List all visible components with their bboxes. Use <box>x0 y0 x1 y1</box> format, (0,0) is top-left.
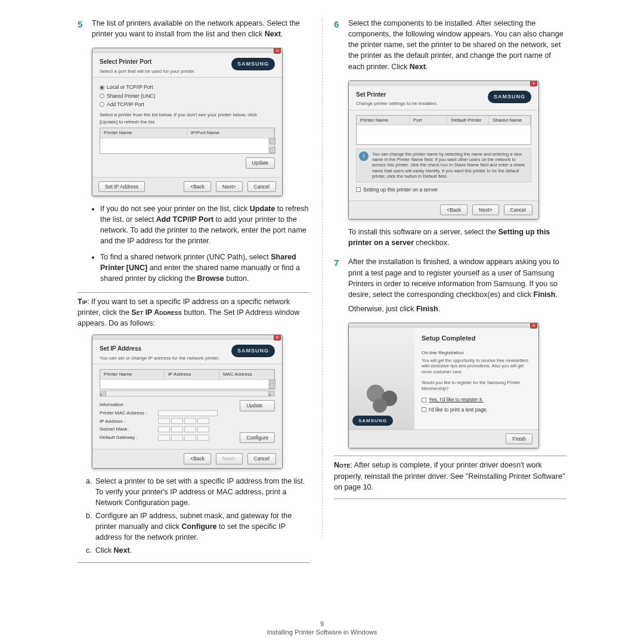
cancel-button[interactable]: Cancel <box>247 181 276 192</box>
dialog-title: Set Printer <box>356 91 488 100</box>
radio-add-tcpip[interactable]: Add TCP/IP Port <box>100 101 275 108</box>
register-checkbox[interactable]: Yes, I'd like to register it. <box>422 396 531 403</box>
left-column: 5 The list of printers available on the … <box>66 18 322 566</box>
set-ip-button[interactable]: Set IP Address <box>98 181 145 192</box>
online-registration-label: On-line Registration <box>422 349 531 357</box>
printer-table[interactable]: Printer Name Port Default Printer Shared… <box>356 115 531 145</box>
radio-local-tcpip[interactable]: Local or TCP/IP Port <box>100 83 275 91</box>
column-divider <box>322 18 323 537</box>
dialog-title: Select Printer Port <box>100 58 231 67</box>
divider <box>334 456 566 456</box>
divider <box>78 562 310 563</box>
scrollbar[interactable] <box>268 138 274 153</box>
samsung-logo: SAMSUNG <box>231 345 275 357</box>
close-icon[interactable]: × <box>530 80 537 86</box>
subnet-label: Subnet Mask : <box>100 426 153 433</box>
registration-question: Would you like to register for the Samsu… <box>422 380 531 392</box>
page-footer: 9 Installing Printer Software in Windows <box>0 620 644 636</box>
step-number: 6 <box>334 18 348 76</box>
col-ip-port: IP/Port Name <box>187 128 274 138</box>
step-c-text: Click Next. <box>95 545 132 556</box>
ip-input[interactable] <box>158 418 170 424</box>
printer-list[interactable]: Printer Name IP Address MAC Address <box>100 369 275 389</box>
back-button[interactable]: <Back <box>184 453 211 464</box>
setup-completed-title: Setup Completed <box>422 334 531 343</box>
printer-list[interactable]: Printer Name IP/Port Name <box>100 128 275 154</box>
horizontal-scrollbar[interactable]: ‹ › <box>100 391 275 397</box>
scrollbar[interactable] <box>268 380 274 389</box>
note-text: Note: After setup is complete, if your p… <box>334 460 566 492</box>
bullet-2: To find a shared network printer (UNC Pa… <box>100 252 310 284</box>
server-checkbox[interactable]: Setting up this printer on a server <box>356 186 531 193</box>
samsung-logo: SAMSUNG <box>488 91 531 103</box>
step-a-text: Select a printer to be set with a specif… <box>95 476 310 508</box>
finish-button[interactable]: Finish <box>506 434 532 444</box>
col-printer-name: Printer Name <box>100 370 165 379</box>
cancel-button[interactable]: Cancel <box>247 453 276 464</box>
close-icon[interactable]: × <box>530 323 537 329</box>
mac-label: Printer MAC Address : <box>100 410 153 417</box>
col-default: Default Printer <box>447 116 489 125</box>
step-5: 5 The list of printers available on the … <box>78 18 310 43</box>
samsung-logo: SAMSUNG <box>352 416 393 426</box>
step-number: 5 <box>78 18 92 43</box>
col-ip-address: IP Address <box>165 370 219 379</box>
bullet-list: If you do not see your printer on the li… <box>78 203 310 284</box>
samsung-logo: SAMSUNG <box>231 58 275 70</box>
setup-completed-window: × SAMSUNG Setup Completed On-line Regist… <box>348 323 539 448</box>
server-note: To install this software on a server, se… <box>348 227 566 248</box>
dialog-subtitle: Select a port that will be used for your… <box>100 68 231 75</box>
close-icon[interactable]: × <box>274 335 281 340</box>
step-5-text: The list of printers available on the ne… <box>92 18 310 39</box>
step-number: 7 <box>334 256 348 318</box>
dialog-subtitle: Change printer settings to be installed. <box>356 100 488 107</box>
next-button[interactable]: Next> <box>472 205 499 215</box>
instruction-text: Select a printer from the list below. If… <box>100 112 275 125</box>
tip-text: Tip: If you want to set a specific IP ad… <box>78 296 310 329</box>
col-shared: Shared Name <box>489 116 531 125</box>
page-number: 9 <box>0 620 644 627</box>
step-7-text: After the installation is finished, a wi… <box>348 256 566 300</box>
radio-shared-unc[interactable]: Shared Printer (UNC) <box>100 92 275 100</box>
col-mac-address: MAC Address <box>219 370 274 379</box>
back-button[interactable]: <Back <box>440 205 467 215</box>
info-text: You can change the printer name by selec… <box>372 151 528 179</box>
col-printer-name: Printer Name <box>100 128 187 138</box>
update-button[interactable]: Update <box>240 400 275 411</box>
gateway-label: Default Gateway : <box>100 434 153 441</box>
next-button[interactable]: Next> <box>216 181 242 192</box>
gateway-input[interactable] <box>158 435 170 441</box>
set-ip-address-window: × Set IP Address You can set or change I… <box>92 335 283 468</box>
col-port: Port <box>410 116 448 125</box>
wizard-sidebar: SAMSUNG <box>349 328 414 429</box>
letter-b: b. <box>86 510 95 543</box>
step-7-otherwise: Otherwise, just click Finish. <box>348 304 566 314</box>
configure-button[interactable]: Configure <box>240 432 275 443</box>
mac-input[interactable] <box>158 410 218 416</box>
dialog-title: Set IP Address <box>100 345 231 354</box>
col-printer-name: Printer Name <box>357 116 410 125</box>
divider <box>78 292 310 293</box>
letter-a: a. <box>86 476 95 508</box>
lettered-list: a.Select a printer to be set with a spec… <box>78 476 310 556</box>
dialog-subtitle: You can set or change IP address for the… <box>100 355 231 362</box>
step-6: 6 Select the components to be installed.… <box>334 18 566 76</box>
divider <box>334 499 566 499</box>
bullet-1: If you do not see your printer on the li… <box>100 203 310 247</box>
step-6-text: Select the components to be installed. A… <box>348 18 566 72</box>
registration-description: You will get the opportunity to receive … <box>422 358 531 375</box>
subnet-input[interactable] <box>158 426 170 432</box>
info-box: i You can change the printer name by sel… <box>356 148 531 182</box>
letter-c: c. <box>86 545 95 556</box>
select-printer-port-window: × Select Printer Port Select a port that… <box>92 48 283 196</box>
test-page-checkbox[interactable]: I'd like to print a test page. <box>422 406 531 413</box>
close-icon[interactable]: × <box>274 48 281 54</box>
step-b-text: Configure an IP address, subnet mask, an… <box>95 510 310 543</box>
info-icon: i <box>359 151 369 161</box>
ip-label: IP Address : <box>100 418 153 425</box>
step-7: 7 After the installation is finished, a … <box>334 256 566 318</box>
right-column: 6 Select the components to be installed.… <box>322 18 578 566</box>
back-button[interactable]: <Back <box>184 181 211 192</box>
update-button[interactable]: Update <box>246 157 275 168</box>
cancel-button[interactable]: Cancel <box>504 205 532 215</box>
